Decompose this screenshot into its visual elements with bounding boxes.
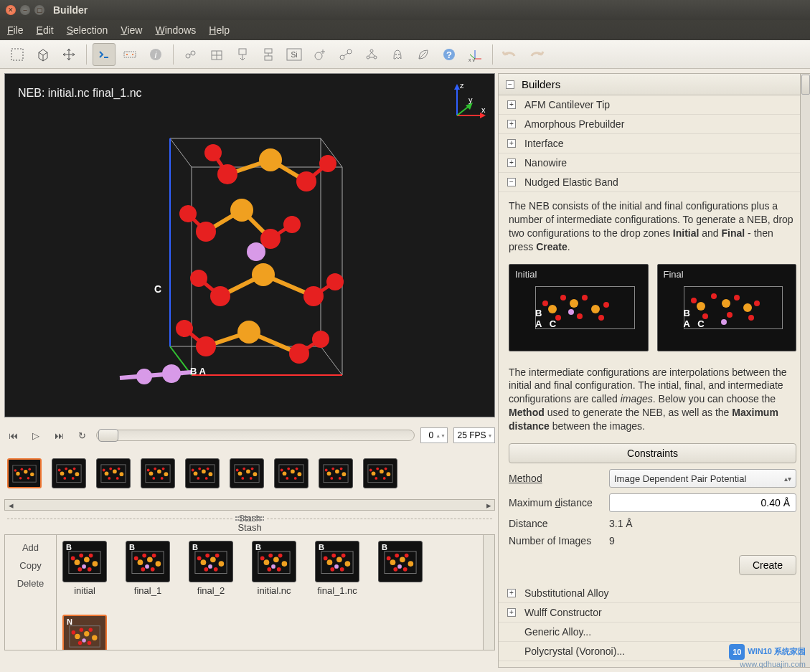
panel-scrollbar[interactable] [800, 73, 810, 668]
builder-item[interactable]: +Amorphous Prebuilder [499, 115, 806, 134]
maximize-window-icon[interactable]: ▢ [34, 5, 44, 15]
stash-title-label: Stash [4, 522, 495, 533]
viewport-3d[interactable]: NEB: initial.nc final_1.nc z x y [4, 73, 495, 417]
si-cell-icon[interactable]: Si [283, 43, 306, 66]
expand-icon[interactable]: + [507, 139, 516, 148]
svg-point-194 [208, 564, 212, 569]
menu-help[interactable]: Help [209, 24, 230, 36]
frame-thumb[interactable] [230, 458, 264, 488]
method-select[interactable]: Image Dependent Pair Potential▴▾ [609, 469, 796, 488]
frame-thumb[interactable] [363, 458, 397, 488]
stash-delete-button[interactable]: Delete [17, 578, 44, 589]
menu-edit[interactable]: Edit [37, 24, 54, 36]
builders-header[interactable]: − Builders [499, 74, 806, 95]
expand-icon[interactable]: + [507, 100, 516, 109]
menu-view[interactable]: View [121, 24, 142, 36]
builder-item[interactable]: +Substitutional Alloy [499, 584, 806, 603]
frame-thumb[interactable] [274, 458, 309, 488]
svg-point-21 [370, 49, 373, 52]
svg-point-219 [387, 557, 391, 561]
stash-item[interactable]: Binitial [62, 541, 107, 596]
stash-item[interactable]: Bfinal_1 [126, 541, 170, 596]
ghost-icon[interactable] [386, 43, 409, 66]
expand-icon[interactable]: + [507, 589, 516, 597]
svg-point-206 [327, 559, 333, 565]
svg-point-67 [260, 229, 281, 249]
stash-item[interactable]: N [62, 615, 107, 650]
create-button[interactable]: Create [739, 555, 796, 575]
builder-item[interactable]: Generic Alloy... [499, 623, 806, 642]
add-atom-icon[interactable] [309, 43, 331, 66]
atoms-icon[interactable] [179, 43, 202, 66]
builder-item[interactable]: +Nanowire [499, 153, 806, 173]
collapse-icon[interactable]: − [507, 178, 516, 186]
rotate-icon[interactable] [257, 43, 280, 66]
builder-item[interactable]: +Interface [499, 134, 806, 153]
collapse-icon[interactable]: − [506, 80, 514, 89]
frame-thumb[interactable] [96, 458, 131, 488]
menu-windows[interactable]: Windows [155, 24, 196, 36]
fps-dropdown[interactable]: 25 FPS▾ [453, 427, 495, 443]
scroll-left-icon[interactable]: ◂ [5, 500, 17, 510]
builder-neb[interactable]: − Nudged Elastic Band [499, 173, 806, 192]
dropzone-final[interactable]: Final BA C [657, 264, 797, 351]
stash-item[interactable]: Binitial.nc [252, 541, 296, 596]
terminal-icon[interactable] [93, 43, 116, 66]
constraints-button[interactable]: Constraints [509, 443, 796, 463]
svg-point-213 [340, 567, 344, 572]
frame-spinbox[interactable]: 0▲▼ [420, 427, 448, 443]
dropzone-initial[interactable]: Initial BA C [509, 264, 649, 351]
builder-item[interactable]: +AFM Cantilever Tip [499, 95, 806, 115]
frame-thumb[interactable] [319, 458, 353, 488]
svg-point-208 [345, 561, 351, 567]
svg-point-144 [296, 468, 298, 470]
frame-thumb[interactable] [185, 458, 220, 488]
redo-icon[interactable] [524, 43, 547, 66]
leaf-icon[interactable] [412, 43, 435, 66]
svg-point-231 [89, 628, 93, 632]
expand-icon[interactable]: + [507, 158, 516, 167]
c-axis-label: C [154, 283, 161, 295]
undo-icon[interactable] [499, 43, 522, 66]
frame-thumb[interactable] [52, 458, 86, 488]
frame-thumb[interactable] [7, 458, 42, 488]
stash-item[interactable]: B [378, 541, 423, 596]
svg-point-178 [156, 561, 161, 567]
builder-item[interactable]: +Wulff Constructor [499, 603, 806, 623]
cube-icon[interactable] [32, 43, 55, 66]
skip-end-icon[interactable]: ⏭ [50, 427, 67, 443]
bond-icon[interactable] [334, 43, 357, 66]
stash-item[interactable]: Bfinal_1.nc [315, 541, 359, 596]
stash-add-button[interactable]: Add [22, 542, 39, 553]
svg-point-221 [405, 554, 409, 558]
group-icon[interactable] [360, 43, 383, 66]
stash-scrollbar[interactable] [483, 535, 494, 650]
menu-file[interactable]: File [7, 24, 24, 36]
expand-icon[interactable]: + [507, 608, 516, 617]
thumbs-scrollbar[interactable]: ◂ ▸ [4, 499, 495, 511]
close-window-icon[interactable]: ✕ [6, 5, 16, 15]
info-icon[interactable]: i [144, 43, 167, 66]
minimize-window-icon[interactable]: – [20, 5, 30, 15]
playback-bar: ⏮ ▷ ⏭ ↻ 0▲▼ 25 FPS▾ [4, 423, 495, 448]
scroll-right-icon[interactable]: ▸ [483, 500, 494, 510]
menu-selection[interactable]: Selection [67, 24, 108, 36]
translate-icon[interactable] [231, 43, 254, 66]
move-icon[interactable] [57, 43, 80, 66]
stash-copy-button[interactable]: Copy [19, 560, 41, 571]
xyz-orient-icon[interactable]: x y [463, 43, 486, 66]
frame-slider[interactable] [96, 430, 415, 441]
measure-icon[interactable] [118, 43, 141, 66]
svg-point-61 [230, 199, 253, 222]
stash-item[interactable]: Bfinal_2 [189, 541, 233, 596]
svg-point-97 [58, 469, 61, 472]
frame-thumb[interactable] [141, 458, 175, 488]
cell-icon[interactable] [205, 43, 228, 66]
select-rect-icon[interactable] [6, 43, 29, 66]
help-bubble-icon[interactable]: ? [438, 43, 461, 66]
expand-icon[interactable]: + [507, 120, 516, 128]
play-icon[interactable]: ▷ [27, 427, 44, 443]
maxdist-input[interactable] [609, 493, 796, 512]
skip-start-icon[interactable]: ⏮ [4, 427, 22, 443]
loop-icon[interactable]: ↻ [73, 427, 90, 443]
